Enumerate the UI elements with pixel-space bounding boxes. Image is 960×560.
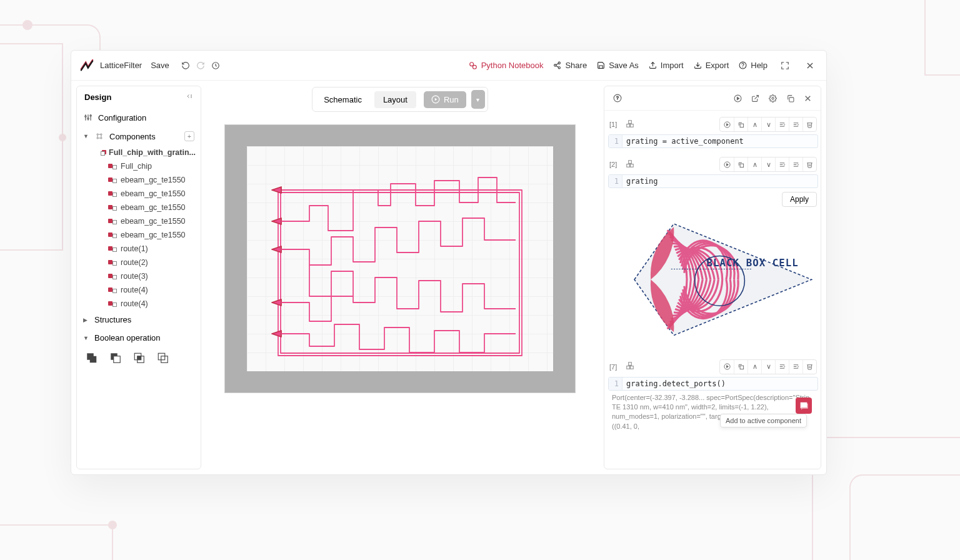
move-down-icon[interactable]: ∨ <box>761 118 775 131</box>
code-editor[interactable]: 1 grating <box>608 174 818 188</box>
tree-item[interactable]: route(2) <box>79 256 201 269</box>
components-row[interactable]: ▼ Components + <box>77 127 201 146</box>
move-down-icon[interactable]: ∨ <box>761 158 775 171</box>
sliders-icon <box>83 112 93 122</box>
component-icon <box>108 163 117 169</box>
tree-item[interactable]: ebeam_gc_te1550 <box>79 187 201 201</box>
canvas-area: Schematic Layout Run ▾ <box>201 81 599 474</box>
fullscreen-button[interactable] <box>778 58 792 73</box>
insert-above-icon[interactable] <box>775 158 789 171</box>
tree-item[interactable]: route(1) <box>79 242 201 256</box>
notebook-help-icon[interactable]: ? <box>611 91 624 105</box>
undo-button[interactable] <box>178 58 193 73</box>
configuration-row[interactable]: Configuration <box>77 108 201 127</box>
cell-toolbar: ∧ ∨ <box>719 117 817 132</box>
tree-item[interactable]: ebeam_gc_te1550 <box>79 173 201 187</box>
run-cell-icon[interactable] <box>720 158 734 171</box>
tree-item[interactable]: ebeam_gc_te1550 <box>79 214 201 228</box>
move-up-icon[interactable]: ∧ <box>748 360 761 374</box>
help-button[interactable]: Help <box>739 61 768 70</box>
move-down-icon[interactable]: ∨ <box>761 360 775 374</box>
subtract-icon[interactable] <box>109 352 121 363</box>
move-up-icon[interactable]: ∧ <box>748 158 761 171</box>
copy-cell-icon[interactable] <box>734 158 748 171</box>
save-button[interactable]: Save <box>151 61 169 70</box>
tree-item[interactable]: route(4) <box>79 283 201 297</box>
import-button[interactable]: Import <box>649 61 684 70</box>
svg-rect-61 <box>627 124 630 127</box>
svg-rect-60 <box>629 120 632 123</box>
move-up-icon[interactable]: ∧ <box>748 118 761 131</box>
close-button[interactable] <box>802 58 818 73</box>
component-icon <box>108 287 117 293</box>
save-as-button[interactable]: Save As <box>597 61 639 70</box>
svg-rect-35 <box>114 356 121 363</box>
feedback-fab[interactable] <box>796 398 812 414</box>
python-notebook-link[interactable]: Python Notebook <box>469 61 544 70</box>
component-icon <box>108 259 117 266</box>
code-editor[interactable]: 1 grating = active_component <box>608 134 818 148</box>
redo-button[interactable] <box>193 58 208 73</box>
share-button[interactable]: Share <box>553 61 587 70</box>
run-cell-icon[interactable] <box>720 118 734 131</box>
history-button[interactable] <box>208 58 223 73</box>
svg-line-11 <box>556 66 559 67</box>
svg-rect-57 <box>789 97 793 101</box>
intersect-icon[interactable] <box>133 352 144 363</box>
svg-rect-62 <box>631 124 634 127</box>
tree-item[interactable]: ebeam_gc_te1550 <box>79 228 201 242</box>
view-toggle: Schematic Layout Run ▾ <box>312 87 488 112</box>
component-icon <box>108 301 117 307</box>
code-editor[interactable]: 1 grating.detect_ports() <box>608 377 818 391</box>
svg-point-3 <box>109 521 116 529</box>
svg-point-24 <box>90 115 91 116</box>
insert-above-icon[interactable] <box>775 118 789 131</box>
component-icon <box>108 191 117 197</box>
copy-cell-icon[interactable] <box>734 118 748 131</box>
copy-icon[interactable] <box>783 91 797 105</box>
add-component-button[interactable]: + <box>184 131 194 141</box>
cell-number: [7] <box>609 363 622 371</box>
run-all-icon[interactable] <box>731 91 744 105</box>
cell-number: [2] <box>609 161 622 168</box>
insert-below-icon[interactable] <box>789 158 802 171</box>
grating-output: BLACK BOX CELL <box>608 211 818 349</box>
tree-item[interactable]: route(3) <box>79 269 201 283</box>
boolean-row[interactable]: ▼ Boolean operation <box>77 329 201 347</box>
svg-rect-34 <box>90 356 97 363</box>
open-external-icon[interactable] <box>748 91 762 105</box>
tree-item[interactable]: ebeam_gc_te1550 <box>79 201 201 214</box>
layout-tab[interactable]: Layout <box>374 91 416 108</box>
copy-cell-icon[interactable] <box>734 360 748 374</box>
close-notebook-icon[interactable] <box>801 91 814 105</box>
svg-rect-72 <box>629 160 632 163</box>
topbar: LatticeFilter Save Python Notebook Share… <box>71 51 826 81</box>
delete-cell-icon[interactable] <box>802 360 816 374</box>
insert-below-icon[interactable] <box>789 118 802 131</box>
layout-canvas[interactable] <box>224 124 576 393</box>
insert-above-icon[interactable] <box>775 360 789 374</box>
tree-item[interactable]: Full_chip <box>79 159 201 173</box>
delete-cell-icon[interactable] <box>802 158 816 171</box>
export-button[interactable]: Export <box>694 61 729 70</box>
schematic-tab[interactable]: Schematic <box>315 91 371 108</box>
svg-point-6 <box>472 65 476 69</box>
collapse-panel-icon[interactable] <box>186 92 193 102</box>
tree-item[interactable]: route(4) <box>79 297 201 311</box>
settings-icon[interactable] <box>766 91 779 105</box>
tree-root[interactable]: Full_chip_with_gratin... <box>79 146 201 159</box>
delete-cell-icon[interactable] <box>802 118 816 131</box>
apply-button[interactable]: Apply <box>782 192 817 207</box>
design-panel: Design Configuration ▼ Components + <box>76 86 201 469</box>
structures-row[interactable]: ▶ Structures <box>77 311 201 329</box>
insert-below-icon[interactable] <box>789 360 802 374</box>
run-button[interactable]: Run <box>424 91 466 108</box>
svg-text:?: ? <box>616 96 619 100</box>
xor-icon[interactable] <box>157 352 168 363</box>
svg-rect-77 <box>740 164 744 168</box>
svg-rect-93 <box>740 366 744 369</box>
run-cell-icon[interactable] <box>720 360 734 374</box>
run-menu-button[interactable]: ▾ <box>471 90 485 109</box>
union-icon[interactable] <box>86 352 97 363</box>
component-icon <box>108 273 117 279</box>
